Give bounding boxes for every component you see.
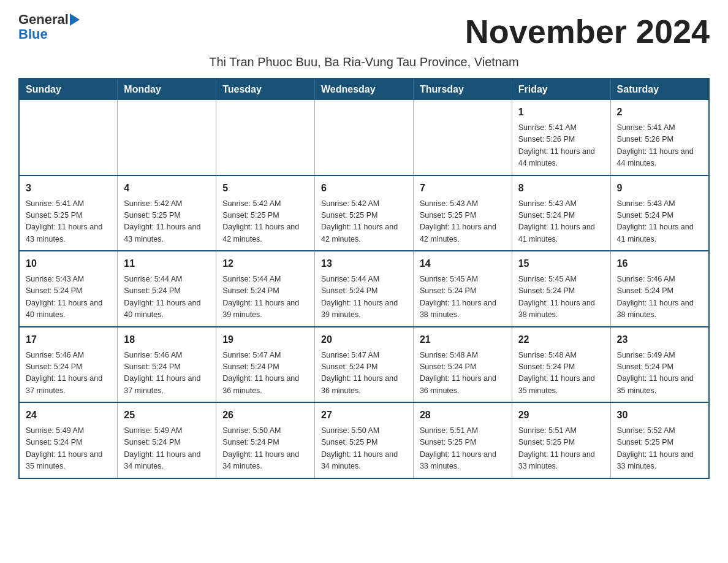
day-number: 11 [124,256,210,271]
calendar-week-row: 17Sunrise: 5:46 AMSunset: 5:24 PMDayligh… [19,327,709,403]
day-number: 14 [420,256,506,271]
empty-calendar-cell [413,100,512,175]
day-number: 29 [518,408,604,423]
calendar-day-cell: 21Sunrise: 5:48 AMSunset: 5:24 PMDayligh… [413,327,512,403]
month-title: November 2024 [465,12,710,50]
day-info: Sunrise: 5:49 AMSunset: 5:24 PMDaylight:… [617,350,702,397]
calendar-day-cell: 26Sunrise: 5:50 AMSunset: 5:24 PMDayligh… [216,402,315,478]
day-number: 1 [518,105,604,120]
location-title: Thi Tran Phuoc Buu, Ba Ria-Vung Tau Prov… [18,55,710,69]
day-number: 2 [617,105,702,120]
day-info: Sunrise: 5:42 AMSunset: 5:25 PMDaylight:… [222,198,308,246]
day-info: Sunrise: 5:44 AMSunset: 5:24 PMDaylight:… [222,274,308,321]
day-info: Sunrise: 5:50 AMSunset: 5:24 PMDaylight:… [222,425,308,473]
day-info: Sunrise: 5:43 AMSunset: 5:25 PMDaylight:… [420,198,506,246]
calendar-day-cell: 24Sunrise: 5:49 AMSunset: 5:24 PMDayligh… [19,402,118,478]
calendar-day-cell: 6Sunrise: 5:42 AMSunset: 5:25 PMDaylight… [315,175,414,251]
day-number: 10 [26,256,111,271]
calendar-day-cell: 19Sunrise: 5:47 AMSunset: 5:24 PMDayligh… [216,327,315,403]
day-info: Sunrise: 5:41 AMSunset: 5:26 PMDaylight:… [518,122,604,170]
day-number: 8 [518,181,604,196]
weekday-header-row: SundayMondayTuesdayWednesdayThursdayFrid… [19,79,709,100]
day-number: 30 [617,408,702,423]
day-number: 23 [617,332,702,347]
calendar-day-cell: 3Sunrise: 5:41 AMSunset: 5:25 PMDaylight… [19,175,118,251]
weekday-header-saturday: Saturday [610,79,709,100]
day-number: 4 [124,181,210,196]
calendar-day-cell: 18Sunrise: 5:46 AMSunset: 5:24 PMDayligh… [118,327,216,403]
day-info: Sunrise: 5:42 AMSunset: 5:25 PMDaylight:… [124,198,210,246]
day-info: Sunrise: 5:49 AMSunset: 5:24 PMDaylight:… [26,425,111,473]
day-number: 9 [617,181,702,196]
empty-calendar-cell [19,100,118,175]
logo-general: General [18,12,69,27]
calendar-day-cell: 15Sunrise: 5:45 AMSunset: 5:24 PMDayligh… [512,251,610,327]
day-info: Sunrise: 5:49 AMSunset: 5:24 PMDaylight:… [124,425,210,473]
day-number: 21 [420,332,506,347]
day-info: Sunrise: 5:45 AMSunset: 5:24 PMDaylight:… [518,274,604,321]
calendar-day-cell: 1Sunrise: 5:41 AMSunset: 5:26 PMDaylight… [512,100,610,175]
day-info: Sunrise: 5:42 AMSunset: 5:25 PMDaylight:… [321,198,407,246]
day-number: 18 [124,332,210,347]
day-info: Sunrise: 5:50 AMSunset: 5:25 PMDaylight:… [321,425,407,473]
day-info: Sunrise: 5:48 AMSunset: 5:24 PMDaylight:… [518,350,604,397]
day-number: 7 [420,181,506,196]
calendar-day-cell: 30Sunrise: 5:52 AMSunset: 5:25 PMDayligh… [610,402,709,478]
calendar-day-cell: 2Sunrise: 5:41 AMSunset: 5:26 PMDaylight… [610,100,709,175]
calendar-day-cell: 7Sunrise: 5:43 AMSunset: 5:25 PMDaylight… [413,175,512,251]
day-number: 24 [26,408,111,423]
day-info: Sunrise: 5:43 AMSunset: 5:24 PMDaylight:… [26,274,111,321]
day-info: Sunrise: 5:43 AMSunset: 5:24 PMDaylight:… [617,198,702,246]
day-number: 6 [321,181,407,196]
calendar-week-row: 10Sunrise: 5:43 AMSunset: 5:24 PMDayligh… [19,251,709,327]
calendar-day-cell: 16Sunrise: 5:46 AMSunset: 5:24 PMDayligh… [610,251,709,327]
day-info: Sunrise: 5:47 AMSunset: 5:24 PMDaylight:… [321,350,407,397]
day-number: 16 [617,256,702,271]
calendar-table: SundayMondayTuesdayWednesdayThursdayFrid… [18,78,710,479]
logo: General Blue [18,12,80,42]
day-number: 17 [26,332,111,347]
page-header: General Blue November 2024 [18,12,710,50]
day-number: 15 [518,256,604,271]
day-info: Sunrise: 5:43 AMSunset: 5:24 PMDaylight:… [518,198,604,246]
calendar-day-cell: 5Sunrise: 5:42 AMSunset: 5:25 PMDaylight… [216,175,315,251]
day-info: Sunrise: 5:47 AMSunset: 5:24 PMDaylight:… [222,350,308,397]
day-number: 22 [518,332,604,347]
day-info: Sunrise: 5:44 AMSunset: 5:24 PMDaylight:… [321,274,407,321]
calendar-day-cell: 4Sunrise: 5:42 AMSunset: 5:25 PMDaylight… [118,175,216,251]
calendar-day-cell: 29Sunrise: 5:51 AMSunset: 5:25 PMDayligh… [512,402,610,478]
calendar-day-cell: 9Sunrise: 5:43 AMSunset: 5:24 PMDaylight… [610,175,709,251]
calendar-day-cell: 25Sunrise: 5:49 AMSunset: 5:24 PMDayligh… [118,402,216,478]
calendar-day-cell: 23Sunrise: 5:49 AMSunset: 5:24 PMDayligh… [610,327,709,403]
day-number: 19 [222,332,308,347]
day-info: Sunrise: 5:46 AMSunset: 5:24 PMDaylight:… [124,350,210,397]
calendar-day-cell: 14Sunrise: 5:45 AMSunset: 5:24 PMDayligh… [413,251,512,327]
weekday-header-monday: Monday [118,79,216,100]
logo-arrow-icon [70,13,80,26]
day-info: Sunrise: 5:48 AMSunset: 5:24 PMDaylight:… [420,350,506,397]
calendar-day-cell: 17Sunrise: 5:46 AMSunset: 5:24 PMDayligh… [19,327,118,403]
calendar-day-cell: 20Sunrise: 5:47 AMSunset: 5:24 PMDayligh… [315,327,414,403]
day-info: Sunrise: 5:51 AMSunset: 5:25 PMDaylight:… [518,425,604,473]
day-number: 25 [124,408,210,423]
empty-calendar-cell [315,100,414,175]
day-number: 26 [222,408,308,423]
day-info: Sunrise: 5:46 AMSunset: 5:24 PMDaylight:… [26,350,111,397]
day-number: 3 [26,181,111,196]
calendar-day-cell: 11Sunrise: 5:44 AMSunset: 5:24 PMDayligh… [118,251,216,327]
calendar-day-cell: 27Sunrise: 5:50 AMSunset: 5:25 PMDayligh… [315,402,414,478]
empty-calendar-cell [216,100,315,175]
calendar-day-cell: 8Sunrise: 5:43 AMSunset: 5:24 PMDaylight… [512,175,610,251]
calendar-day-cell: 12Sunrise: 5:44 AMSunset: 5:24 PMDayligh… [216,251,315,327]
day-info: Sunrise: 5:46 AMSunset: 5:24 PMDaylight:… [617,274,702,321]
weekday-header-wednesday: Wednesday [315,79,414,100]
day-info: Sunrise: 5:41 AMSunset: 5:26 PMDaylight:… [617,122,702,170]
day-info: Sunrise: 5:52 AMSunset: 5:25 PMDaylight:… [617,425,702,473]
day-number: 27 [321,408,407,423]
calendar-day-cell: 13Sunrise: 5:44 AMSunset: 5:24 PMDayligh… [315,251,414,327]
weekday-header-thursday: Thursday [413,79,512,100]
day-number: 12 [222,256,308,271]
day-info: Sunrise: 5:44 AMSunset: 5:24 PMDaylight:… [124,274,210,321]
logo-blue: Blue [18,27,48,42]
weekday-header-friday: Friday [512,79,610,100]
